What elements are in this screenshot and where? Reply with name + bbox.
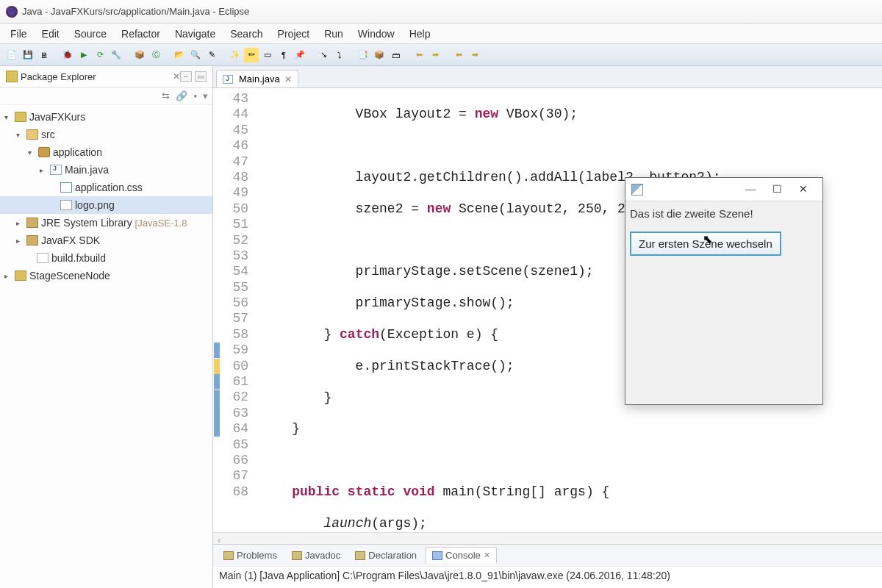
run-last-button[interactable]: ⟳	[93, 48, 107, 62]
close-console-icon[interactable]: ✕	[484, 551, 490, 560]
link-editor-icon[interactable]: 🔗	[176, 90, 187, 101]
editor-tabstrip: Main.java ✕	[213, 66, 882, 88]
view-title: Package Explorer	[21, 71, 170, 82]
tree-logo-png[interactable]: logo.png	[0, 196, 212, 214]
step-button[interactable]: ↘	[316, 48, 331, 62]
skip-button[interactable]: ⤵	[332, 48, 347, 62]
switch-scene-button[interactable]: Zur ersten Szene wechseln	[630, 232, 781, 256]
stage-scene: Das ist die zweite Szene! Zur ersten Sze…	[625, 201, 822, 262]
save-button[interactable]: 💾	[21, 48, 35, 62]
tab-declaration[interactable]: Declaration	[349, 548, 423, 563]
collapse-all-icon[interactable]: ⇆	[162, 90, 170, 101]
close-tab-icon[interactable]: ✕	[284, 74, 292, 85]
menubar: File Edit Source Refactor Navigate Searc…	[0, 24, 882, 44]
change-marker-icon	[214, 390, 220, 406]
menu-file[interactable]: File	[3, 25, 35, 43]
tab-label: Main.java	[239, 74, 280, 85]
window-title: Java - JavaFXKurs/src/application/Main.j…	[22, 6, 249, 17]
java-app-icon	[631, 184, 643, 196]
new-class-button[interactable]: Ⓒ	[148, 48, 163, 62]
tree-main-java[interactable]: ▸Main.java	[0, 161, 212, 179]
tab-console[interactable]: Console✕	[426, 547, 497, 564]
show-whitespace-button[interactable]: ¶	[276, 48, 291, 62]
javadoc-icon	[292, 551, 302, 560]
main-toolbar: 📄 💾 🗎 🐞 ▶ ⟳ 🔧 📦 Ⓒ 📂 🔍 ✎ ✨ ✏ ▭ ¶ 📌 ↘ ⤵ 📑 …	[0, 44, 882, 66]
toggle-mark-button[interactable]: ✎	[204, 48, 219, 62]
search-button[interactable]: 🔍	[188, 48, 203, 62]
filter-icon[interactable]: ▪	[193, 90, 197, 101]
tree-application-css[interactable]: application.css	[0, 179, 212, 196]
eclipse-icon	[6, 6, 18, 18]
tree-project[interactable]: ▾JavaFXKurs	[0, 108, 212, 126]
block-select-button[interactable]: ▭	[260, 48, 275, 62]
package-explorer-view: Package Explorer ✕ – ▭ ⇆ 🔗 ▪ ▾ ▾JavaFXKu…	[0, 66, 213, 588]
tree-jre[interactable]: ▸JRE System Library [JavaSE-1.8	[0, 214, 212, 232]
console-icon	[432, 551, 442, 560]
menu-search[interactable]: Search	[223, 25, 270, 43]
tree-javafx-sdk[interactable]: ▸JavaFX SDK	[0, 232, 212, 249]
console-output: Main (1) [Java Application] C:\Program F…	[213, 566, 882, 588]
tab-problems[interactable]: Problems	[218, 548, 283, 563]
view-header: Package Explorer ✕ – ▭	[0, 66, 212, 87]
window-titlebar: Java - JavaFXKurs/src/application/Main.j…	[0, 0, 882, 24]
package-explorer-icon	[6, 71, 18, 82]
bottom-tabstrip: Problems Javadoc Declaration Console✕	[213, 544, 882, 566]
scene-label: Das ist die zweite Szene!	[628, 207, 820, 232]
java-file-icon	[223, 75, 233, 84]
line-gutter: 4344454647484950515253545556575859606162…	[213, 88, 257, 532]
maximize-view-button[interactable]: ▭	[195, 71, 207, 82]
nav-back-button[interactable]: 📑	[356, 48, 370, 62]
tree-package[interactable]: ▾application	[0, 143, 212, 161]
pin-button[interactable]: 📌	[293, 48, 307, 62]
external-tools-button[interactable]: 🔧	[109, 48, 123, 62]
stage-titlebar[interactable]: — ☐ ✕	[625, 178, 822, 201]
next-annotation-button[interactable]: ➡	[428, 48, 442, 62]
run-button[interactable]: ▶	[76, 48, 91, 62]
view-toolbar: ⇆ 🔗 ▪ ▾	[0, 87, 212, 105]
menu-edit[interactable]: Edit	[35, 25, 67, 43]
problems-icon	[223, 551, 234, 560]
menu-source[interactable]: Source	[67, 25, 114, 43]
menu-help[interactable]: Help	[402, 25, 438, 43]
new-button[interactable]: 📄	[4, 48, 19, 62]
menu-window[interactable]: Window	[351, 25, 402, 43]
save-all-button[interactable]: 🗎	[37, 48, 51, 62]
menu-refactor[interactable]: Refactor	[114, 25, 168, 43]
editor-tab-main[interactable]: Main.java ✕	[216, 70, 298, 87]
close-button[interactable]: ✕	[790, 183, 817, 196]
maximize-button[interactable]: ☐	[764, 183, 790, 196]
tab-javadoc[interactable]: Javadoc	[286, 548, 346, 563]
horizontal-scrollbar[interactable]: ‹	[213, 532, 882, 544]
javafx-stage[interactable]: — ☐ ✕ Das ist die zweite Szene! Zur erst…	[625, 177, 823, 405]
forward-button[interactable]: ➡	[467, 48, 482, 62]
menu-navigate[interactable]: Navigate	[168, 25, 223, 43]
wand-button[interactable]: ✨	[228, 48, 243, 62]
minimize-view-button[interactable]: –	[180, 71, 192, 82]
tree-src[interactable]: ▾src	[0, 126, 212, 143]
declaration-icon	[355, 551, 365, 560]
highlight-button[interactable]: ✏	[244, 48, 259, 62]
new-package-button[interactable]: 📦	[132, 48, 147, 62]
menu-project[interactable]: Project	[270, 25, 318, 43]
override-marker-icon	[214, 343, 220, 358]
nav-box-button[interactable]: 🗃	[388, 48, 403, 62]
debug-button[interactable]: 🐞	[60, 48, 75, 62]
nav-package-button[interactable]: 📦	[372, 48, 387, 62]
project-tree[interactable]: ▾JavaFXKurs ▾src ▾application ▸Main.java…	[0, 105, 212, 287]
close-view-icon[interactable]: ✕	[173, 71, 180, 82]
menu-run[interactable]: Run	[317, 25, 351, 43]
minimize-button[interactable]: —	[737, 184, 764, 196]
tree-build-fxbuild[interactable]: build.fxbuild	[0, 249, 212, 267]
back-button[interactable]: ⬅	[451, 48, 466, 62]
open-type-button[interactable]: 📂	[172, 48, 187, 62]
change-marker-icon	[214, 421, 220, 437]
warning-marker-icon	[214, 359, 220, 374]
view-menu-icon[interactable]: ▾	[203, 90, 208, 101]
prev-annotation-button[interactable]: ⬅	[412, 48, 426, 62]
tree-project2[interactable]: ▸StageSceneNode	[0, 267, 212, 284]
change-marker-icon	[214, 406, 220, 421]
change-marker-icon	[214, 374, 220, 390]
